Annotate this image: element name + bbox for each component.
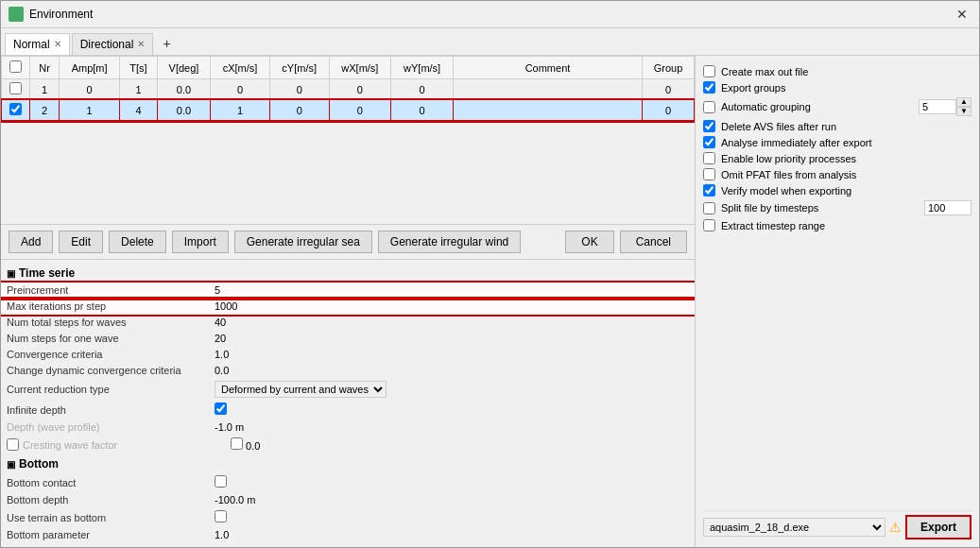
ts-val-3: 20 bbox=[215, 333, 226, 344]
ts-check-9[interactable] bbox=[231, 437, 243, 450]
right-label-6: Omit PFAT files from analysis bbox=[721, 169, 971, 180]
ts-label-9: Cresting wave factor bbox=[23, 439, 231, 451]
right-checkbox-6[interactable] bbox=[703, 168, 715, 180]
main-content: Nr Amp[m] T[s] V[deg] cX[m/s] cY[m/s] wX… bbox=[1, 56, 979, 547]
bottom-checkbox-2[interactable] bbox=[215, 510, 227, 522]
ts-value-0: 5 bbox=[215, 284, 689, 296]
bottom-checkbox-0[interactable] bbox=[215, 475, 227, 488]
ts-value-8: -1.0 m bbox=[215, 421, 689, 433]
right-checkbox-4[interactable] bbox=[703, 136, 715, 148]
ts-row-check-9[interactable] bbox=[7, 438, 19, 451]
ts-value-4: 1.0 bbox=[215, 349, 689, 360]
right-checkbox-5[interactable] bbox=[703, 152, 715, 164]
right-checkbox-1[interactable] bbox=[703, 81, 715, 94]
row-cy: 0 bbox=[269, 79, 329, 100]
right-option-9: Extract timestep range bbox=[703, 217, 971, 233]
col-nr: Nr bbox=[30, 57, 60, 79]
row-t: 4 bbox=[120, 100, 158, 121]
ts-checkbox-7[interactable] bbox=[215, 402, 227, 415]
action-bar-right: OK Cancel bbox=[565, 231, 687, 253]
right-option-3: Delete AVS files after run bbox=[703, 118, 971, 134]
tab-add-button[interactable]: + bbox=[155, 32, 178, 55]
right-checkbox-8[interactable] bbox=[703, 202, 715, 214]
select-all-checkbox[interactable] bbox=[9, 60, 22, 73]
right-label-1: Export groups bbox=[721, 82, 971, 94]
right-checkbox-7[interactable] bbox=[703, 184, 715, 197]
spinner-down[interactable]: ▼ bbox=[956, 107, 971, 116]
right-checkbox-0[interactable] bbox=[703, 65, 715, 77]
right-checkbox-2[interactable] bbox=[703, 101, 715, 113]
window-close-button[interactable]: ✕ bbox=[953, 5, 971, 24]
spinner-buttons: ▲ ▼ bbox=[956, 97, 971, 116]
gen-wind-button[interactable]: Generate irregular wind bbox=[378, 231, 521, 253]
time-serie-label: Time serie bbox=[19, 266, 75, 280]
right-option-0: Create max out file bbox=[703, 63, 971, 79]
spinner-field[interactable] bbox=[919, 99, 956, 114]
col-cx: cX[m/s] bbox=[211, 57, 270, 79]
right-label-4: Analyse immediately after export bbox=[721, 137, 971, 148]
table-row[interactable]: 1 0 1 0.0 0 0 0 0 0 bbox=[2, 79, 695, 100]
export-button[interactable]: Export bbox=[905, 515, 971, 539]
table-header-row: Nr Amp[m] T[s] V[deg] cX[m/s] cY[m/s] wX… bbox=[2, 57, 695, 79]
bottom-row-3: Bottom parameter 1.0 bbox=[1, 527, 695, 543]
bottom-value-1: -100.0 m bbox=[215, 494, 689, 505]
spinner-up[interactable]: ▲ bbox=[956, 97, 971, 107]
time-serie-toggle[interactable]: ▣ bbox=[7, 268, 15, 279]
row-wx: 0 bbox=[329, 79, 391, 100]
right-checkbox-3[interactable] bbox=[703, 120, 715, 132]
tab-directional-close[interactable]: ✕ bbox=[137, 39, 145, 49]
row-amp: 0 bbox=[60, 79, 120, 100]
ts-dropdown-6[interactable]: Deformed by current and waves bbox=[215, 381, 387, 398]
ts-label-6: Current reduction type bbox=[7, 384, 215, 395]
wave-table-area: Nr Amp[m] T[s] V[deg] cX[m/s] cY[m/s] wX… bbox=[1, 56, 695, 225]
row-group: 0 bbox=[642, 100, 694, 121]
ts-value-6: Deformed by current and waves bbox=[215, 381, 689, 398]
environment-window: Environment ✕ Normal ✕ Directional ✕ + bbox=[0, 0, 980, 548]
row-wx: 0 bbox=[329, 100, 391, 121]
tab-directional[interactable]: Directional ✕ bbox=[72, 33, 154, 55]
gen-sea-button[interactable]: Generate irregular sea bbox=[234, 231, 372, 253]
ts-val-8: -1.0 m bbox=[215, 421, 244, 433]
row-v: 0.0 bbox=[157, 100, 211, 121]
ok-button[interactable]: OK bbox=[565, 231, 613, 253]
tab-normal[interactable]: Normal ✕ bbox=[5, 33, 70, 55]
table-row[interactable]: 2 1 4 0.0 1 0 0 0 0 bbox=[2, 100, 695, 121]
row-checkbox[interactable] bbox=[9, 82, 22, 94]
spinner-input: ▲ ▼ bbox=[919, 97, 971, 116]
bottom-label-3: Bottom parameter bbox=[7, 529, 215, 540]
bottom-toggle[interactable]: ▣ bbox=[7, 459, 15, 470]
col-t: T[s] bbox=[120, 57, 158, 79]
right-label-8: Split file by timesteps bbox=[721, 202, 919, 214]
ts-value-9: 0.0 bbox=[231, 437, 689, 452]
time-serie-header: ▣ Time serie bbox=[1, 264, 695, 283]
export-select[interactable]: aquasim_2_18_d.exe bbox=[703, 518, 885, 537]
cancel-button[interactable]: Cancel bbox=[620, 231, 687, 253]
edit-button[interactable]: Edit bbox=[59, 231, 103, 253]
time-series-row-9: Cresting wave factor 0.0 bbox=[1, 436, 695, 454]
ts-label-0: Preincrement bbox=[7, 284, 215, 296]
ts-value-7 bbox=[215, 402, 689, 417]
right-option-6: Omit PFAT files from analysis bbox=[703, 166, 971, 182]
split-timesteps-value[interactable] bbox=[924, 200, 971, 215]
ts-value-5: 0.0 bbox=[215, 365, 689, 376]
right-checkbox-9[interactable] bbox=[703, 219, 715, 231]
time-series-row-4: Convergence criteria 1.0 bbox=[1, 347, 695, 363]
import-button[interactable]: Import bbox=[172, 231, 229, 253]
right-label-5: Enable low priority processes bbox=[721, 153, 971, 164]
export-row: aquasim_2_18_d.exe ⚠ Export bbox=[703, 510, 971, 539]
ts-label-8: Depth (wave profile) bbox=[7, 421, 215, 433]
row-checkbox[interactable] bbox=[9, 103, 22, 115]
delete-button[interactable]: Delete bbox=[109, 231, 166, 253]
ts-val-2: 40 bbox=[215, 317, 226, 328]
right-option-4: Analyse immediately after export bbox=[703, 134, 971, 150]
row-t: 1 bbox=[120, 79, 158, 100]
tab-normal-close[interactable]: ✕ bbox=[54, 39, 61, 49]
add-button[interactable]: Add bbox=[9, 231, 53, 253]
right-option-7: Verify model when exporting bbox=[703, 182, 971, 198]
ts-val-0: 5 bbox=[215, 284, 220, 296]
ts-label-5: Change dynamic convergence criteria bbox=[7, 365, 215, 376]
ts-value-2: 40 bbox=[215, 317, 689, 328]
bottom-value-3: 1.0 bbox=[215, 529, 689, 540]
bottom-val-3: 1.0 bbox=[215, 529, 229, 540]
tab-normal-label: Normal bbox=[13, 38, 50, 51]
